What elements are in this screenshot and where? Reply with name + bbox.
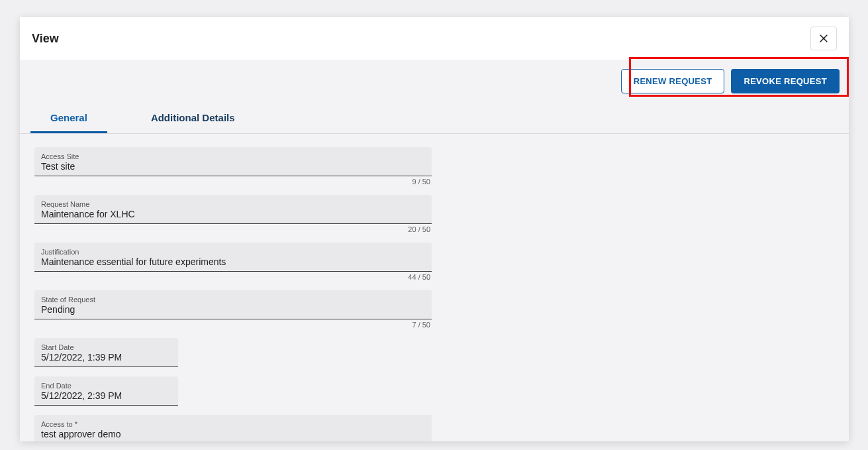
- start-date-value: 5/12/2022, 1:39 PM: [41, 352, 171, 364]
- access-site-field[interactable]: Access Site Test site: [34, 147, 432, 176]
- field-block-start-date: Start Date 5/12/2022, 1:39 PM: [34, 338, 834, 367]
- justification-counter: 44 / 50: [34, 272, 432, 281]
- field-block-justification: Justification Maintenance essential for …: [34, 243, 834, 281]
- dialog-title: View: [32, 32, 59, 46]
- form-scroll[interactable]: Access Site Test site 9 / 50 Request Nam…: [20, 134, 849, 441]
- field-block-access-to: Access to * test approver demo: [34, 415, 834, 441]
- revoke-request-button[interactable]: REVOKE REQUEST: [731, 69, 840, 93]
- access-site-counter: 9 / 50: [34, 176, 432, 186]
- start-date-label: Start Date: [41, 343, 171, 351]
- tabs: General Additional Details: [20, 103, 849, 134]
- access-site-label: Access Site: [41, 152, 425, 160]
- justification-value: Maintenance essential for future experim…: [41, 256, 425, 268]
- content-area: RENEW REQUEST REVOKE REQUEST General Add…: [20, 60, 849, 441]
- request-name-label: Request Name: [41, 200, 425, 208]
- access-to-value: test approver demo: [41, 429, 425, 441]
- state-field[interactable]: State of Request Pending: [34, 290, 432, 319]
- end-date-value: 5/12/2022, 2:39 PM: [41, 390, 171, 402]
- close-icon: [818, 32, 830, 44]
- field-block-end-date: End Date 5/12/2022, 2:39 PM: [34, 376, 834, 406]
- justification-label: Justification: [41, 248, 425, 256]
- access-to-label: Access to *: [41, 420, 425, 428]
- end-date-label: End Date: [41, 382, 171, 390]
- field-block-request-name: Request Name Maintenance for XLHC 20 / 5…: [34, 195, 834, 233]
- state-label: State of Request: [41, 296, 425, 304]
- close-button[interactable]: [810, 27, 837, 50]
- view-dialog: View RENEW REQUEST REVOKE REQUEST Genera…: [20, 17, 849, 441]
- end-date-field[interactable]: End Date 5/12/2022, 2:39 PM: [34, 376, 178, 406]
- renew-request-button[interactable]: RENEW REQUEST: [621, 69, 725, 93]
- access-to-field[interactable]: Access to * test approver demo: [34, 415, 432, 441]
- action-bar: RENEW REQUEST REVOKE REQUEST: [20, 60, 849, 103]
- field-block-state: State of Request Pending 7 / 50: [34, 290, 834, 329]
- tab-general[interactable]: General: [30, 103, 107, 133]
- access-site-value: Test site: [41, 161, 425, 173]
- start-date-field[interactable]: Start Date 5/12/2022, 1:39 PM: [34, 338, 178, 367]
- field-block-access-site: Access Site Test site 9 / 50: [34, 147, 834, 186]
- request-name-counter: 20 / 50: [34, 224, 432, 233]
- state-counter: 7 / 50: [34, 319, 432, 329]
- state-value: Pending: [41, 304, 425, 316]
- justification-field[interactable]: Justification Maintenance essential for …: [34, 243, 432, 272]
- request-name-value: Maintenance for XLHC: [41, 209, 425, 221]
- tab-additional-details[interactable]: Additional Details: [131, 103, 255, 133]
- dialog-header: View: [20, 17, 849, 60]
- request-name-field[interactable]: Request Name Maintenance for XLHC: [34, 195, 432, 224]
